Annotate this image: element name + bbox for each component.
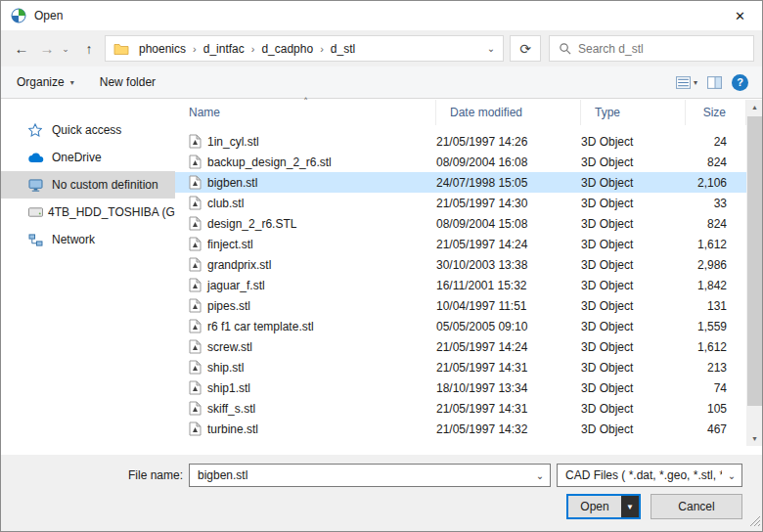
- organize-label: Organize: [17, 75, 65, 89]
- search-placeholder: Search d_stl: [578, 42, 644, 56]
- file-type: 3D Object: [581, 402, 686, 416]
- close-button[interactable]: ✕: [718, 1, 762, 30]
- file-row[interactable]: club.stl21/05/1997 14:303D Object33: [175, 193, 746, 213]
- file-size: 33: [686, 197, 746, 210]
- file-row[interactable]: jaguar_f.stl16/11/2001 15:323D Object1,8…: [175, 275, 746, 295]
- cancel-button[interactable]: Cancel: [651, 494, 742, 519]
- resize-grip[interactable]: [747, 513, 760, 529]
- breadcrumb-item-d_stl[interactable]: d_stl: [326, 42, 360, 56]
- new-folder-button[interactable]: New folder: [100, 75, 156, 89]
- column-header-type[interactable]: Type: [581, 100, 686, 125]
- scroll-up-icon[interactable]: ▲: [746, 100, 763, 114]
- file-row[interactable]: pipes.stl10/04/1997 11:513D Object131: [175, 295, 746, 316]
- file-name-label: File name:: [77, 468, 183, 482]
- view-caret-icon: ▾: [694, 78, 697, 87]
- recent-locations-chevron-icon[interactable]: ⌄: [58, 36, 73, 61]
- column-header-size[interactable]: Size: [686, 100, 746, 125]
- sidebar-item-quick-access[interactable]: Quick access: [1, 116, 175, 144]
- file-date-modified: 30/10/2003 13:38: [436, 258, 581, 272]
- sidebar-item-no-custom-definition[interactable]: No custom definition: [1, 171, 175, 199]
- preview-pane-button[interactable]: [707, 76, 722, 89]
- file-name: r6 f1 car template.stl: [207, 320, 314, 333]
- breadcrumb-item-d_cadpho[interactable]: d_cadpho: [256, 42, 318, 56]
- 3d-object-file-icon: [189, 401, 202, 416]
- help-button[interactable]: ?: [732, 74, 748, 91]
- sidebar-item-onedrive[interactable]: OneDrive: [1, 144, 175, 171]
- phoenics-app-icon: [11, 8, 26, 23]
- file-size: 105: [686, 402, 746, 416]
- file-date-modified: 08/09/2004 16:08: [436, 155, 581, 169]
- address-bar[interactable]: phoenics›d_intfac›d_cadpho›d_stl ⌄: [105, 35, 504, 62]
- column-header-name[interactable]: Name: [175, 100, 436, 125]
- file-name: turbine.stl: [207, 422, 258, 436]
- file-row[interactable]: design_2_r6.STL08/09/2004 15:083D Object…: [175, 213, 746, 234]
- forward-button[interactable]: →: [36, 36, 58, 61]
- file-type: 3D Object: [581, 320, 686, 333]
- file-type: 3D Object: [581, 135, 686, 149]
- file-row[interactable]: ship.stl21/05/1997 14:313D Object213: [175, 357, 746, 377]
- file-type: 3D Object: [581, 238, 686, 251]
- file-row[interactable]: skiff_s.stl21/05/1997 14:313D Object105: [175, 398, 746, 419]
- open-dialog-window: Open ✕ ← → ⌄ ↑ phoenics›d_intfac›d_cadph…: [0, 0, 763, 532]
- breadcrumb-separator-icon[interactable]: ›: [191, 43, 199, 55]
- organize-button[interactable]: Organize ▾: [17, 75, 74, 89]
- file-name-value: bigben.stl: [190, 468, 530, 482]
- file-size: 1,842: [686, 279, 746, 292]
- star-icon: [28, 123, 47, 137]
- file-row[interactable]: turbine.stl21/05/1997 14:323D Object467: [175, 419, 746, 439]
- breadcrumb-item-d_intfac[interactable]: d_intfac: [199, 42, 249, 56]
- monitor-icon: [28, 179, 47, 192]
- file-type: 3D Object: [581, 155, 686, 169]
- 3d-object-file-icon: [189, 298, 202, 313]
- breadcrumb-item-phoenics[interactable]: phoenics: [134, 42, 191, 56]
- file-row[interactable]: screw.stl21/05/1997 14:243D Object1,612: [175, 336, 746, 357]
- file-name-dropdown-icon[interactable]: ⌄: [530, 470, 550, 481]
- 3d-object-file-icon: [189, 421, 202, 436]
- refresh-button[interactable]: ⟳: [510, 35, 541, 62]
- scroll-down-icon[interactable]: ▼: [746, 431, 763, 446]
- vertical-scrollbar[interactable]: ▲ ▼: [746, 100, 763, 446]
- address-dropdown-chevron-icon[interactable]: ⌄: [479, 43, 503, 54]
- up-button[interactable]: ↑: [77, 36, 101, 61]
- 3d-object-file-icon: [189, 196, 202, 210]
- column-header-date-modified[interactable]: Date modified: [436, 100, 581, 125]
- toolbar-right-group: ▾ ?: [676, 66, 748, 98]
- file-row[interactable]: 1in_cyl.stl21/05/1997 14:263D Object24: [175, 131, 746, 152]
- file-row[interactable]: backup_design_2_r6.stl08/09/2004 16:083D…: [175, 152, 746, 172]
- search-icon: [559, 42, 571, 55]
- file-type: 3D Object: [581, 279, 686, 292]
- file-type: 3D Object: [581, 340, 686, 354]
- file-type-select[interactable]: CAD Files ( *.dat, *.geo, *.stl, *.3 ⌄: [557, 464, 742, 487]
- file-row[interactable]: bigben.stl24/07/1998 15:053D Object2,106: [175, 172, 746, 193]
- file-name: finject.stl: [207, 238, 253, 251]
- search-box[interactable]: Search d_stl: [549, 35, 754, 62]
- breadcrumb: phoenics›d_intfac›d_cadpho›d_stl: [134, 42, 360, 56]
- file-name: skiff_s.stl: [207, 402, 255, 416]
- command-toolbar: Organize ▾ New folder ▾ ?: [1, 66, 762, 99]
- change-view-button[interactable]: ▾: [676, 76, 697, 89]
- breadcrumb-separator-icon[interactable]: ›: [318, 43, 326, 55]
- sidebar-item-network[interactable]: Network: [1, 226, 175, 253]
- file-date-modified: 21/05/1997 14:31: [436, 402, 581, 416]
- file-name-input[interactable]: bigben.stl ⌄: [189, 464, 551, 487]
- open-button-label[interactable]: Open: [568, 496, 621, 517]
- back-button[interactable]: ←: [9, 36, 34, 61]
- 3d-object-file-icon: [189, 319, 202, 333]
- file-row[interactable]: r6 f1 car template.stl05/05/2005 09:103D…: [175, 316, 746, 336]
- file-date-modified: 21/05/1997 14:24: [436, 340, 581, 354]
- preview-pane-icon: [707, 76, 722, 89]
- file-row[interactable]: grandprix.stl30/10/2003 13:383D Object2,…: [175, 254, 746, 275]
- file-type: 3D Object: [581, 217, 686, 231]
- file-type: 3D Object: [581, 381, 686, 395]
- open-button[interactable]: Open ▼: [566, 494, 641, 519]
- 3d-object-file-icon: [189, 360, 202, 375]
- file-type-dropdown-icon[interactable]: ⌄: [722, 470, 741, 481]
- open-split-arrow-icon[interactable]: ▼: [621, 496, 639, 517]
- scrollbar-thumb[interactable]: [747, 116, 762, 406]
- file-row[interactable]: ship1.stl18/10/1997 13:343D Object74: [175, 377, 746, 398]
- network-icon: [28, 234, 47, 246]
- sidebar-item-4tb-hdd-toshiba-g[interactable]: 4TB_HDD_TOSHIBA (G:: [1, 199, 175, 226]
- file-size: 2,106: [686, 176, 746, 190]
- file-row[interactable]: finject.stl21/05/1997 14:243D Object1,61…: [175, 234, 746, 254]
- list-view-icon: [676, 76, 691, 89]
